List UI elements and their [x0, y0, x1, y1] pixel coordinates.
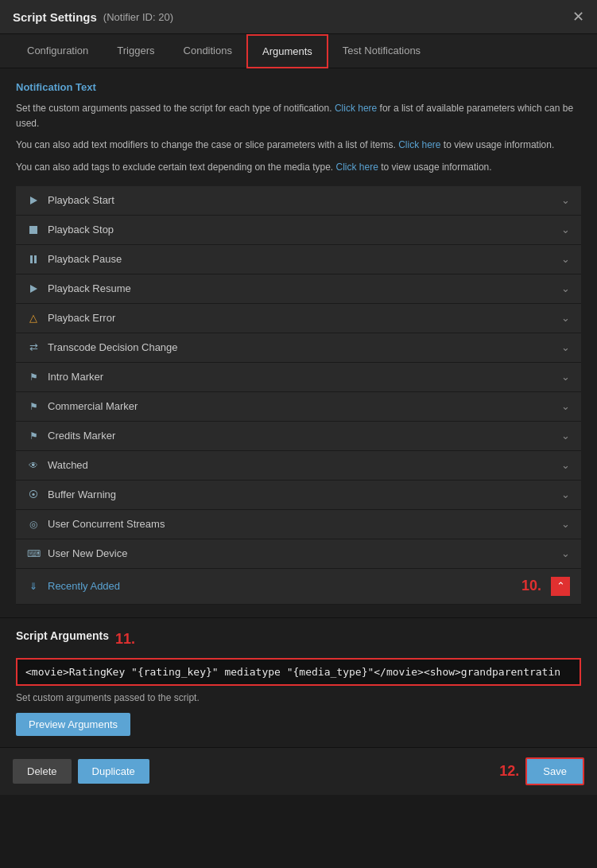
- chevron-down-icon: ⌄: [561, 371, 570, 383]
- accordion-playback-resume[interactable]: Playback Resume ⌄: [16, 274, 581, 304]
- accordion-label-transcode: Transcode Decision Change: [48, 341, 178, 353]
- chevron-down-icon: ⌄: [561, 253, 570, 265]
- save-button[interactable]: Save: [525, 757, 584, 785]
- accordion-label-recently-added: Recently Added: [48, 580, 120, 592]
- accordion-label-playback-resume: Playback Resume: [48, 282, 131, 294]
- chevron-up-icon[interactable]: ⌃: [551, 577, 570, 596]
- accordion-label-user-concurrent: User Concurrent Streams: [48, 518, 165, 530]
- accordion-playback-start[interactable]: Playback Start ⌄: [16, 186, 581, 216]
- info-para-1-text: Set the custom arguments passed to the s…: [16, 103, 332, 114]
- bookmark-icon: ⚑: [27, 430, 40, 442]
- accordion-commercial-marker[interactable]: ⚑ Commercial Marker ⌄: [16, 392, 581, 422]
- accordion-intro-marker[interactable]: ⚑ Intro Marker ⌄: [16, 363, 581, 392]
- info-para-2-before: You can also add text modifiers to chang…: [16, 139, 398, 150]
- swap-icon: ⇄: [27, 341, 40, 354]
- section-title: Notification Text: [16, 81, 581, 93]
- info-para-3: You can also add tags to exclude certain…: [16, 160, 581, 175]
- accordion-recently-added[interactable]: ⇓ Recently Added 10. ⌃: [16, 569, 581, 605]
- para2-link[interactable]: Click here: [398, 139, 440, 150]
- info-para-2: You can also add text modifiers to chang…: [16, 138, 581, 153]
- chevron-down-icon: ⌄: [561, 518, 570, 530]
- args-hint: Set custom arguments passed to the scrip…: [16, 692, 581, 703]
- download-icon: ⇓: [27, 580, 40, 593]
- info-para-2-after: to view usage information.: [441, 139, 555, 150]
- accordion-watched[interactable]: 👁 Watched ⌄: [16, 451, 581, 481]
- script-args-title: Script Arguments: [16, 629, 109, 642]
- script-args-input[interactable]: [25, 666, 572, 678]
- chevron-down-icon: ⌄: [561, 400, 570, 412]
- notifier-id: (Notifier ID: 20): [103, 11, 173, 23]
- tab-configuration[interactable]: Configuration: [13, 34, 103, 68]
- accordion-user-concurrent[interactable]: ◎ User Concurrent Streams ⌄: [16, 510, 581, 539]
- footer: Delete Duplicate 12. Save: [0, 747, 597, 795]
- chevron-down-icon: ⌄: [561, 194, 570, 206]
- delete-button[interactable]: Delete: [13, 759, 72, 784]
- info-para-3-before: You can also add tags to exclude certain…: [16, 162, 336, 173]
- preview-arguments-button[interactable]: Preview Arguments: [16, 713, 130, 736]
- window-title: Script Settings: [13, 10, 97, 24]
- step-11-label: 11.: [115, 631, 135, 648]
- chevron-down-icon: ⌄: [561, 282, 570, 294]
- accordion-buffer-warning[interactable]: ⦿ Buffer Warning ⌄: [16, 481, 581, 510]
- duplicate-button[interactable]: Duplicate: [78, 759, 149, 784]
- chevron-down-icon: ⌄: [561, 488, 570, 500]
- buffer-icon: ⦿: [27, 488, 40, 501]
- accordion-user-new-device[interactable]: ⌨ User New Device ⌄: [16, 539, 581, 569]
- accordion-playback-stop[interactable]: Playback Stop ⌄: [16, 216, 581, 245]
- tab-test-notifications[interactable]: Test Notifications: [328, 34, 435, 68]
- tab-triggers[interactable]: Triggers: [103, 34, 169, 68]
- accordion-credits-marker[interactable]: ⚑ Credits Marker ⌄: [16, 422, 581, 451]
- stop-icon: [27, 224, 40, 236]
- streams-icon: ◎: [27, 518, 40, 531]
- accordion-playback-pause[interactable]: Playback Pause ⌄: [16, 245, 581, 274]
- bookmark-icon: ⚑: [27, 371, 40, 383]
- accordion-label-credits-marker: Credits Marker: [48, 430, 115, 442]
- chevron-down-icon: ⌄: [561, 459, 570, 471]
- accordion-label-intro-marker: Intro Marker: [48, 371, 103, 383]
- eye-icon: 👁: [27, 459, 40, 472]
- title-bar: Script Settings (Notifier ID: 20) ✕: [0, 0, 597, 34]
- accordion-playback-error[interactable]: △ Playback Error ⌄: [16, 304, 581, 333]
- tab-arguments[interactable]: Arguments: [246, 34, 328, 68]
- info-para-1: Set the custom arguments passed to the s…: [16, 101, 581, 131]
- content-area: Notification Text Set the custom argumen…: [0, 68, 597, 617]
- accordion-label-playback-stop: Playback Stop: [48, 224, 114, 235]
- chevron-down-icon: ⌄: [561, 547, 570, 559]
- script-args-input-wrapper[interactable]: [16, 658, 581, 686]
- pause-icon: [27, 253, 40, 266]
- monitor-icon: ⌨: [27, 547, 40, 560]
- resume-icon: [27, 282, 40, 295]
- script-arguments-section: Script Arguments 11. Set custom argument…: [0, 617, 597, 747]
- accordion-label-user-new-device: User New Device: [48, 547, 127, 559]
- chevron-down-icon: ⌄: [561, 430, 570, 442]
- tab-conditions[interactable]: Conditions: [169, 34, 246, 68]
- accordion-label-buffer-warning: Buffer Warning: [48, 488, 116, 500]
- warning-icon: △: [27, 312, 40, 325]
- chevron-down-icon: ⌄: [561, 224, 570, 235]
- close-button[interactable]: ✕: [572, 8, 584, 25]
- accordion-list: Playback Start ⌄ Playback Stop ⌄ Playbac…: [16, 186, 581, 605]
- para3-link[interactable]: Click here: [336, 162, 378, 173]
- accordion-label-playback-pause: Playback Pause: [48, 253, 122, 265]
- para1-link[interactable]: Click here: [335, 103, 377, 114]
- accordion-label-commercial-marker: Commercial Marker: [48, 400, 138, 412]
- step-12-label: 12.: [499, 763, 519, 780]
- step-10-label: 10.: [521, 578, 541, 594]
- accordion-label-playback-error: Playback Error: [48, 312, 115, 324]
- chevron-down-icon: ⌄: [561, 312, 570, 324]
- tab-bar: Configuration Triggers Conditions Argume…: [0, 34, 597, 68]
- chevron-down-icon: ⌄: [561, 341, 570, 353]
- accordion-transcode[interactable]: ⇄ Transcode Decision Change ⌄: [16, 333, 581, 363]
- accordion-label-playback-start: Playback Start: [48, 194, 114, 206]
- bookmark-icon: ⚑: [27, 400, 40, 413]
- accordion-label-watched: Watched: [48, 459, 88, 471]
- info-para-3-after: to view usage information.: [378, 162, 492, 173]
- play-icon: [27, 194, 40, 207]
